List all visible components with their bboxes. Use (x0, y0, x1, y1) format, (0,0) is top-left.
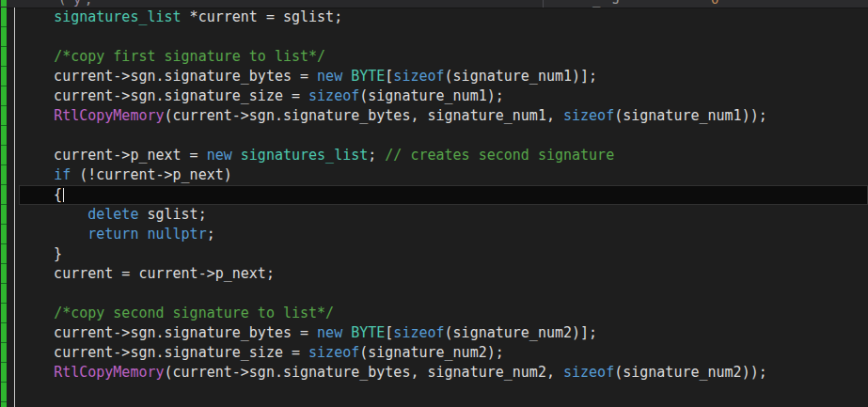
code-line[interactable]: current->sgn.signature_size = sizeof(sig… (0, 343, 868, 363)
clipped-glyph-fragment: J (612, 0, 620, 6)
code-line[interactable]: current->sgn.signature_bytes = new BYTE[… (0, 323, 868, 343)
code-line[interactable] (0, 126, 868, 146)
code-token-plain: (signature_num2)]; (445, 324, 598, 341)
code-token-plain: { (20, 186, 62, 203)
code-editor-window: (y;_J0 signatures_list *current = sglist… (0, 0, 868, 407)
code-token-type: BYTE (351, 68, 385, 85)
code-token-plain (342, 324, 351, 341)
code-line[interactable] (0, 383, 868, 402)
code-token-type: BYTE (351, 324, 385, 341)
code-token-plain (20, 166, 54, 183)
clipped-glyph-fragment: _ (592, 0, 600, 6)
code-token-plain: (signature_num1)]; (445, 68, 598, 85)
code-token-plain: (signature_num2)); (614, 364, 767, 381)
code-token-plain: (current->sgn.signature_bytes, signature… (165, 107, 563, 124)
code-token-plain: (current->sgn.signature_bytes, signature… (165, 364, 563, 381)
code-line[interactable] (0, 284, 868, 304)
code-line[interactable]: if (!current->p_next) (0, 165, 868, 185)
code-token-plain: current->p_next = (20, 147, 207, 164)
code-line[interactable]: /*copy first signature to list*/ (0, 47, 868, 67)
code-token-plain: ; (207, 226, 215, 243)
code-token-plain: current->sgn.signature_bytes = (20, 68, 317, 85)
code-token-plain: sglist; (138, 206, 206, 223)
code-line[interactable] (0, 27, 868, 47)
clipped-glyph-fragment: ; (85, 0, 92, 6)
code-line[interactable]: signatures_list *current = sglist; (0, 8, 868, 27)
text-cursor (63, 188, 64, 202)
code-token-type: signatures_list (241, 147, 368, 164)
code-token-plain: (!current->p_next) (71, 166, 232, 183)
code-token-keyword: sizeof (308, 87, 359, 104)
code-token-keyword: sizeof (563, 107, 614, 124)
code-token-comment: /*copy first signature to list*/ (54, 48, 325, 65)
code-token-plain: [ (385, 324, 393, 341)
code-token-keyword: delete (87, 206, 138, 223)
clipped-glyph-fragment: 0 (711, 0, 718, 6)
code-token-plain: current->sgn.signature_size = (20, 344, 308, 361)
code-token-plain: [ (385, 68, 393, 85)
code-token-keyword: new (207, 147, 232, 164)
code-token-plain (342, 68, 351, 85)
code-token-plain: current->sgn.signature_bytes = (20, 324, 317, 341)
adjacent-pane-edge (543, 0, 868, 8)
code-token-plain (20, 305, 54, 321)
code-token-plain (20, 206, 87, 223)
code-token-type: signatures_list (54, 8, 181, 25)
code-line[interactable]: delete sglist; (0, 205, 868, 225)
code-token-comment: // creates second signature (385, 147, 614, 164)
code-token-plain: ; (368, 147, 385, 164)
code-line[interactable]: RtlCopyMemory(current->sgn.signature_byt… (0, 363, 868, 383)
code-token-plain: current = current->p_next; (20, 265, 275, 282)
code-token-plain: *current = sglist; (181, 8, 343, 25)
code-line[interactable]: /*copy second signature to list*/ (0, 304, 868, 323)
code-token-macro: RtlCopyMemory (54, 107, 164, 124)
code-token-plain (20, 8, 54, 25)
code-token-keyword: sizeof (393, 68, 444, 85)
code-line[interactable]: current->sgn.signature_bytes = new BYTE[… (0, 67, 868, 86)
code-token-keyword: nullptr (147, 226, 206, 243)
change-bar-notch (1, 0, 7, 7)
code-token-plain: (signature_num2); (359, 344, 504, 361)
code-token-comment: /*copy second signature to list*/ (54, 305, 334, 321)
code-token-plain (20, 226, 87, 243)
code-token-keyword: new (317, 324, 342, 341)
code-token-keyword: sizeof (308, 344, 359, 361)
code-line[interactable]: { (19, 185, 868, 205)
code-token-plain: (signature_num1); (359, 87, 504, 104)
code-token-plain (20, 107, 54, 124)
code-line[interactable]: return nullptr; (0, 225, 868, 244)
code-line[interactable]: current->p_next = new signatures_list; /… (0, 146, 868, 165)
code-token-keyword: new (317, 68, 342, 85)
code-token-plain: (signature_num1)); (614, 107, 767, 124)
code-token-keyword: if (54, 166, 71, 183)
code-line[interactable]: } (0, 244, 868, 264)
clipped-glyph-fragment: ( (58, 0, 66, 6)
code-token-plain (232, 147, 241, 164)
code-token-plain (20, 48, 54, 65)
clipped-glyph-fragment: y (73, 0, 81, 6)
code-token-plain: } (20, 245, 62, 262)
code-token-macro: RtlCopyMemory (54, 364, 164, 381)
code-token-plain (20, 364, 54, 381)
code-line[interactable]: current = current->p_next; (0, 264, 868, 284)
code-line[interactable]: current->sgn.signature_size = sizeof(sig… (0, 86, 868, 106)
code-token-keyword: sizeof (563, 364, 614, 381)
code-line[interactable]: RtlCopyMemory(current->sgn.signature_byt… (0, 106, 868, 126)
code-token-keyword: sizeof (393, 324, 444, 341)
code-token-keyword: return (87, 226, 138, 243)
code-editor-text-area[interactable]: signatures_list *current = sglist; /*cop… (0, 8, 868, 402)
code-token-plain: current->sgn.signature_size = (20, 87, 308, 104)
